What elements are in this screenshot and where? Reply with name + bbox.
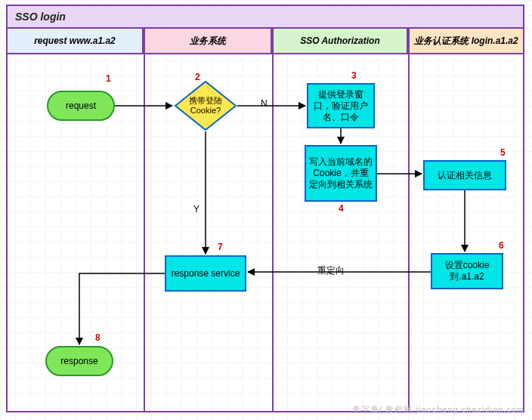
watermark: 查字典( 教程网 jiaocheng.chazidian.com [352,404,524,415]
node-label: 携带登陆Cookie? [174,96,237,116]
flow-edges [0,0,532,420]
